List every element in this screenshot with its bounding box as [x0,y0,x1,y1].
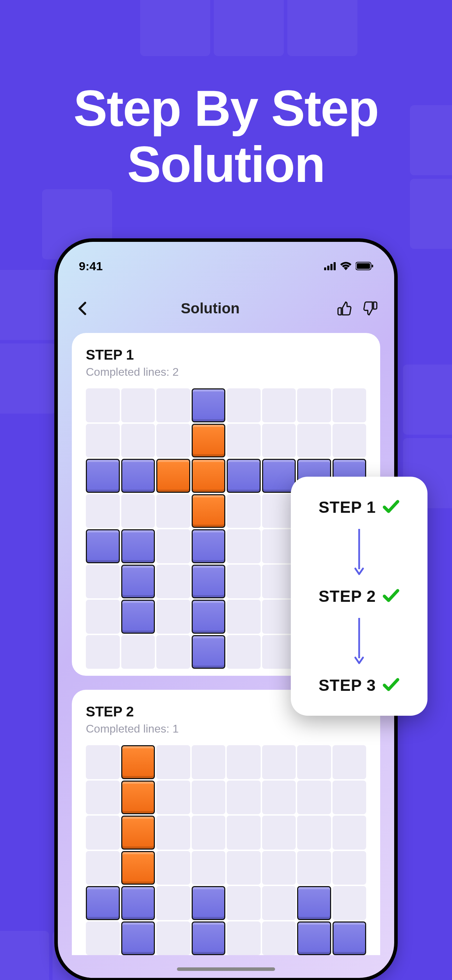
block-orange [121,781,155,815]
cell-empty [156,886,190,920]
bg-decor [214,0,284,56]
thumbs-up-button[interactable] [334,299,354,318]
bg-decor [140,0,210,56]
block-orange [192,494,226,528]
cell-empty [192,781,226,815]
cell-empty [156,745,190,779]
step-sequence-overlay: STEP 1 STEP 2 STEP 3 [291,477,428,716]
block-orange [121,816,155,850]
cell-empty [156,529,190,563]
cell-empty [333,886,366,920]
block-orange [121,745,155,779]
cell-empty [156,921,190,956]
sequence-label: STEP 1 [318,498,376,517]
cell-empty [262,424,296,458]
cell-empty [156,600,190,634]
thumbs-up-icon [337,301,352,316]
cell-empty [262,886,296,920]
cell-empty [156,851,190,885]
svg-rect-6 [372,265,373,267]
cell-empty [86,388,120,422]
home-indicator [177,967,275,971]
cell-empty [156,494,190,528]
cell-empty [86,745,120,779]
block-blue [192,921,226,956]
cell-empty [192,816,226,850]
cell-empty [227,494,261,528]
sequence-item-3: STEP 3 [318,676,400,695]
block-blue [192,635,226,669]
cell-empty [227,388,261,422]
block-blue [192,529,226,563]
cell-empty [227,424,261,458]
cell-empty [227,600,261,634]
block-blue [297,921,331,956]
cell-empty [262,745,296,779]
thumbs-down-button[interactable] [361,299,380,318]
cell-empty [86,781,120,815]
block-blue [121,565,155,599]
status-bar: 9:41 [58,257,394,275]
wifi-icon [340,262,352,270]
cell-empty [297,388,331,422]
cell-empty [333,745,366,779]
block-blue [192,886,226,920]
cell-empty [227,781,261,815]
hero-title-line2: Solution [0,137,452,193]
status-time: 9:41 [79,259,103,273]
bg-decor [0,931,49,980]
block-blue [121,600,155,634]
thumbs-down-icon [363,301,378,316]
block-blue [227,459,261,493]
check-icon [382,589,400,604]
block-orange [121,851,155,885]
hero-title: Step By Step Solution [0,81,452,192]
cell-empty [121,424,155,458]
block-blue [86,459,120,493]
cell-empty [86,600,120,634]
battery-icon [356,262,373,270]
block-blue [297,886,331,920]
block-blue [192,388,226,422]
cell-empty [227,921,261,956]
cell-empty [297,851,331,885]
cell-empty [86,816,120,850]
cell-empty [86,635,120,669]
block-blue [121,459,155,493]
cell-empty [333,816,366,850]
block-orange [156,459,190,493]
cell-empty [121,388,155,422]
cell-empty [156,816,190,850]
block-blue [333,921,366,956]
step-title: STEP 1 [86,347,366,363]
cell-empty [297,816,331,850]
cell-empty [227,816,261,850]
block-blue [192,600,226,634]
block-orange [192,459,226,493]
cell-empty [333,851,366,885]
cell-empty [297,424,331,458]
cell-empty [262,851,296,885]
cell-empty [333,781,366,815]
arrow-down-icon [354,527,364,576]
sequence-label: STEP 3 [318,676,376,695]
arrow-down-icon [354,616,364,665]
block-blue [121,921,155,956]
step-subtitle: Completed lines: 2 [86,366,366,379]
cell-empty [156,635,190,669]
cell-empty [192,851,226,885]
bg-decor [0,270,56,340]
cell-empty [156,388,190,422]
cell-empty [86,494,120,528]
svg-rect-5 [357,263,370,269]
page-title: Solution [86,300,334,317]
cell-empty [86,565,120,599]
block-blue [262,459,296,493]
block-blue [86,529,120,563]
cell-empty [227,745,261,779]
step-card-2: STEP 2 Completed lines: 1 [72,690,380,955]
cell-empty [227,886,261,920]
bg-decor [403,364,452,434]
cell-empty [227,851,261,885]
cell-empty [121,635,155,669]
